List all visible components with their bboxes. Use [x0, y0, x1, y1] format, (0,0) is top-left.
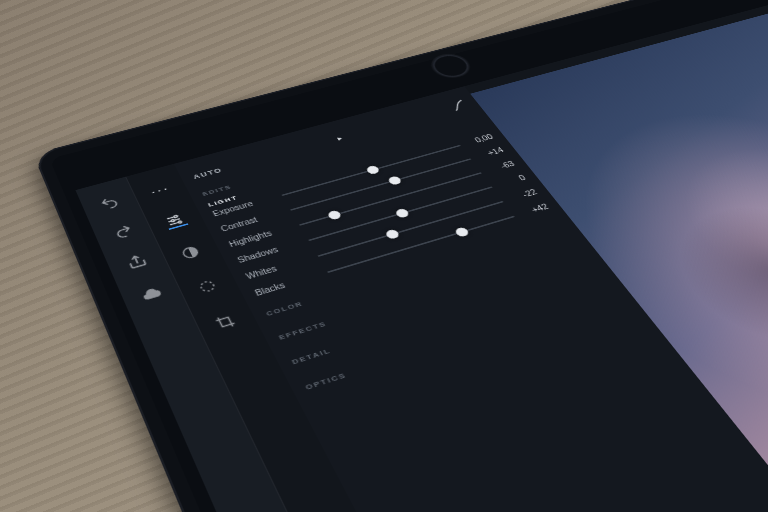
section-optics[interactable]: OPTICS — [304, 285, 615, 391]
section-detail[interactable]: DETAIL — [290, 263, 597, 366]
svg-point-1 — [171, 219, 175, 222]
slider-value: +14 — [475, 146, 505, 160]
more-icon[interactable]: ··· — [149, 182, 173, 198]
slider-value: -63 — [485, 160, 516, 174]
auto-button[interactable]: AUTO — [192, 167, 224, 181]
svg-point-0 — [174, 215, 178, 218]
slider-knob[interactable] — [387, 175, 403, 185]
share-icon[interactable] — [122, 251, 151, 273]
slider-knob[interactable] — [394, 207, 410, 218]
undo-icon[interactable] — [96, 193, 123, 213]
adjust-icon[interactable] — [163, 212, 189, 230]
slider-knob[interactable] — [384, 228, 400, 239]
svg-point-4 — [199, 280, 215, 292]
cloud-icon[interactable] — [136, 282, 166, 305]
app-screen: ··· AUTO — [75, 2, 768, 512]
slider-value: -22 — [507, 188, 538, 203]
svg-point-2 — [178, 221, 182, 224]
slider-value: +42 — [519, 203, 551, 218]
color-wheel-icon[interactable] — [195, 277, 222, 297]
home-button[interactable] — [424, 50, 477, 82]
slider-knob[interactable] — [326, 209, 342, 220]
contrast-circle-icon[interactable] — [179, 243, 205, 262]
crop-icon[interactable] — [213, 312, 241, 333]
slider-value: 0 — [496, 174, 527, 188]
redo-icon[interactable] — [109, 221, 137, 242]
tablet-device: ··· AUTO — [33, 0, 768, 512]
slider-knob[interactable] — [365, 164, 380, 174]
tone-curve-icon[interactable] — [448, 99, 470, 113]
slider-knob[interactable] — [453, 226, 470, 237]
disclosure-icon[interactable]: ▸ — [335, 134, 344, 142]
